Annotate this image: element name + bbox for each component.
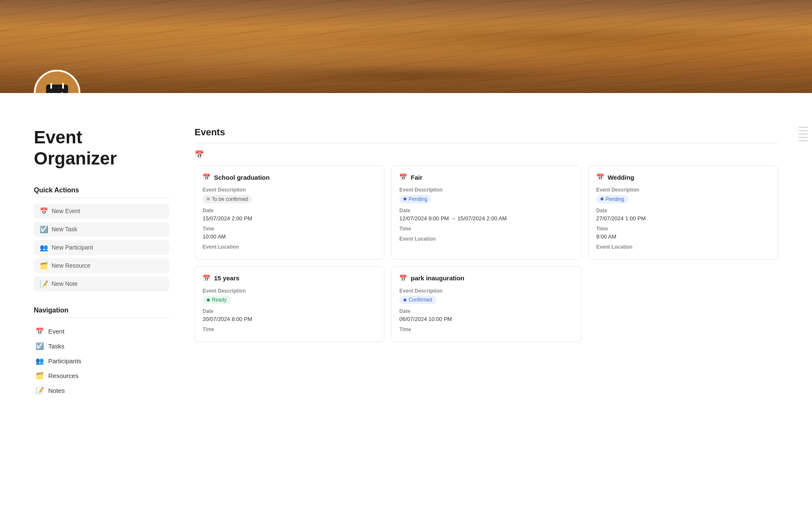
sidebar-item-event[interactable]: 📅 Event [34,324,169,339]
event-card-park-inauguration[interactable]: 📅 park inauguration Event Description Co… [391,266,581,343]
status-badge: Ready [203,296,231,304]
date-value: 27/07/2024 1:00 PM [596,215,770,222]
status-badge: Confirmed [399,296,436,304]
new-event-button[interactable]: 📅 New Event [34,204,169,219]
description-label: Event Description [596,187,770,193]
sidebar: Event Organizer Quick Actions 📅 New Even… [34,127,169,413]
time-label: Time [399,226,573,232]
date-value: 20/07/2024 8:00 PM [203,316,376,322]
resources-nav-icon: 🗂️ [36,372,44,380]
scrollbar-track[interactable] [802,127,804,141]
participants-nav-icon: 👥 [36,357,44,365]
event-card-header: 📅 Wedding [596,173,770,181]
location-label: Event Location [399,236,573,242]
scrollbar-line-4 [798,137,808,138]
date-value: 12/07/2024 9:00 PM → 15/07/2024 2:00 AM [399,215,573,222]
status-dot [601,197,604,200]
time-label: Time [399,326,573,332]
event-card-icon: 📅 [399,173,407,181]
date-value: 15/07/2024 2:00 PM [203,215,376,222]
status-badge: Pending [596,195,628,203]
description-label: Event Description [203,187,376,193]
app-icon-wrapper [34,70,80,93]
description-label: Event Description [203,288,376,294]
folder-icon: 🗂️ [40,262,48,270]
description-label: Event Description [399,288,573,294]
events-grid: 📅 School graduation Event Description To… [195,165,778,342]
app-icon [34,70,80,93]
status-badge: Pending [399,195,431,203]
new-participant-button[interactable]: 👥 New Participant [34,240,169,255]
scrollbar-line-5 [798,140,808,141]
location-label: Event Location [596,244,770,250]
calendar-icon: 📅 [40,207,48,215]
main-content: Event Organizer Quick Actions 📅 New Even… [0,127,812,413]
people-icon: 👥 [40,244,48,252]
event-card-icon: 📅 [203,274,211,282]
event-card-header: 📅 Fair [399,173,573,181]
status-dot [403,299,406,301]
status-dot [207,197,210,200]
tasks-nav-icon: ☑️ [36,342,44,350]
status-dot [403,197,406,200]
checkbox-icon: ☑️ [40,225,48,233]
sidebar-item-participants[interactable]: 👥 Participants [34,354,169,368]
event-card-header: 📅 15 years [203,274,376,282]
event-card-wedding[interactable]: 📅 Wedding Event Description Pending Date… [588,165,778,260]
date-label: Date [399,308,573,314]
header-banner [0,0,812,93]
note-icon: 📝 [40,280,48,288]
description-label: Event Description [399,187,573,193]
location-label: Event Location [203,244,376,250]
sidebar-item-resources[interactable]: 🗂️ Resources [34,368,169,383]
calendar-check-icon [44,80,70,93]
events-section-title: Events [195,127,778,143]
event-nav-icon: 📅 [36,327,44,335]
svg-rect-1 [46,85,68,91]
date-value: 06/07/2024 10:00 PM [399,316,573,322]
time-value: 10:00 AM [203,233,376,240]
scrollbar-line-2 [798,130,808,131]
sidebar-item-notes[interactable]: 📝 Notes [34,383,169,398]
navigation-section: Navigation 📅 Event ☑️ Tasks 👥 Participan… [34,307,169,398]
date-label: Date [203,208,376,214]
new-note-button[interactable]: 📝 New Note [34,277,169,291]
new-task-button[interactable]: ☑️ New Task [34,222,169,237]
event-card-header: 📅 park inauguration [399,274,573,282]
navigation-title: Navigation [34,307,169,318]
status-dot [207,299,210,301]
svg-rect-2 [48,90,66,93]
quick-actions-title: Quick Actions [34,186,169,198]
quick-actions-section: Quick Actions 📅 New Event ☑️ New Task 👥 … [34,186,169,291]
date-label: Date [596,208,770,214]
event-card-header: 📅 School graduation [203,173,376,181]
sidebar-item-tasks[interactable]: ☑️ Tasks [34,339,169,354]
date-label: Date [399,208,573,214]
date-label: Date [203,308,376,314]
event-card-icon: 📅 [596,173,604,181]
time-label: Time [203,226,376,232]
scrollbar-line-3 [798,134,808,134]
event-card-school-graduation[interactable]: 📅 School graduation Event Description To… [195,165,384,260]
event-card-15-years[interactable]: 📅 15 years Event Description Ready Date … [195,266,384,343]
notes-nav-icon: 📝 [36,386,44,395]
page-title: Event Organizer [34,127,169,170]
time-value: 9:00 AM [596,233,770,240]
event-card-fair[interactable]: 📅 Fair Event Description Pending Date 12… [391,165,581,260]
new-resource-button[interactable]: 🗂️ New Resource [34,258,169,273]
status-badge: To be confirmed [203,195,252,203]
time-label: Time [203,326,376,332]
event-card-icon: 📅 [399,274,407,282]
event-card-icon: 📅 [203,173,211,181]
time-label: Time [596,226,770,232]
events-calendar-icon: 📅 [195,150,778,159]
scrollbar-line-1 [798,127,808,128]
main-area: Events 📅 📅 School graduation Event Descr… [195,127,778,413]
